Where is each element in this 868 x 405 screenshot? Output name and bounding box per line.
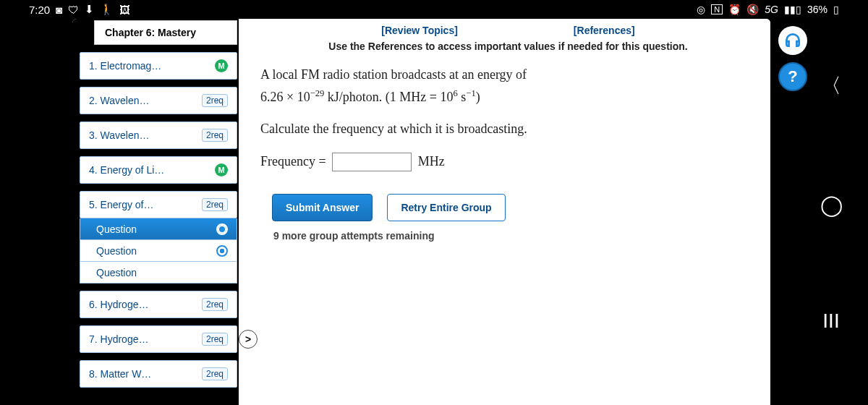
content-pane: [Review Topics] [References] Use the Ref…: [239, 19, 770, 405]
help-button[interactable]: ?: [778, 62, 807, 91]
retry-group-button[interactable]: Retry Entire Group: [387, 194, 505, 221]
problem-unit: kJ/photon. (1 MHz = 10: [324, 90, 453, 104]
android-status-bar: 7:20 ◙ 🛡 ⬇ 🚶 🖼 ◎ N ⏰ 🔇 5G ▮▮▯ 36% ▯: [0, 0, 868, 19]
shield-icon: 🛡: [68, 4, 79, 16]
nav-recent-button[interactable]: III: [822, 310, 839, 333]
nav-back-button[interactable]: 〈: [821, 72, 841, 100]
sidebar-item-7[interactable]: 7. Hydroge… 2req: [80, 325, 237, 353]
sidebar-item-8[interactable]: 8. Matter W… 2req: [80, 360, 237, 388]
mastery-badge-icon: M: [215, 59, 228, 72]
sidebar-subitems: Question Question Question: [80, 218, 237, 284]
sidebar-item-label: 1. Electromag…: [89, 60, 161, 72]
references-link[interactable]: [References]: [574, 25, 635, 36]
sidebar-item-label: 3. Wavelen…: [89, 129, 150, 141]
sidebar-item-label: 5. Energy of…: [89, 199, 154, 210]
sidebar-item-label: 2. Wavelen…: [89, 95, 150, 106]
req-badge: 2req: [202, 198, 228, 211]
support-headset-button[interactable]: [778, 26, 807, 55]
attempts-remaining: 9 more group attempts remaining: [260, 226, 756, 242]
submit-answer-button[interactable]: Submit Answer: [272, 194, 373, 221]
subitem-label: Question: [96, 245, 137, 257]
sidebar-subitem-3[interactable]: Question: [80, 262, 237, 284]
top-links: [Review Topics] [References]: [260, 19, 756, 40]
cast-icon: ◎: [697, 4, 705, 15]
sidebar-item-3[interactable]: 3. Wavelen… 2req: [80, 122, 237, 149]
sidebar-item-label: 8. Matter W…: [89, 368, 151, 380]
signal-icon: ▮▮▯: [784, 4, 801, 15]
sidebar-item-2[interactable]: 2. Wavelen… 2req: [80, 87, 237, 114]
sidebar-item-4[interactable]: 4. Energy of Li… M: [80, 156, 237, 184]
mute-icon: 🔇: [746, 4, 759, 15]
req-badge: 2req: [202, 129, 228, 142]
req-badge: 2req: [202, 367, 228, 380]
floating-icons: ?: [778, 26, 807, 91]
problem-line: A local FM radio station broadcasts at a…: [260, 67, 527, 82]
status-indicator-icon: ◙: [56, 4, 62, 16]
sidebar-item-label: 6. Hydroge…: [89, 299, 148, 310]
chevron-right-icon: >: [245, 333, 251, 345]
problem-paren: ): [476, 90, 480, 104]
alarm-icon: ⏰: [728, 4, 741, 15]
network-type: 5G: [765, 4, 778, 15]
problem-unit: s: [458, 90, 467, 104]
sidebar-item-5[interactable]: 5. Energy of… 2req: [80, 191, 237, 218]
sidebar-item-label: 4. Energy of Li…: [89, 164, 164, 176]
expand-sidebar-button[interactable]: >: [239, 330, 258, 349]
chevron-left-icon: 〈: [821, 74, 841, 97]
req-badge: 2req: [202, 333, 228, 346]
sidebar-item-6[interactable]: 6. Hydroge… 2req: [80, 291, 237, 318]
bars-icon: III: [822, 310, 839, 332]
req-badge: 2req: [202, 94, 228, 107]
sidebar: Chapter 6: Mastery 1. Electromag… M 2. W…: [72, 19, 239, 405]
answer-unit: MHz: [418, 154, 445, 169]
clock: 7:20: [29, 4, 50, 16]
problem-value: 6.26 × 10: [260, 90, 310, 104]
sidebar-subitem-2[interactable]: Question: [80, 240, 237, 262]
sidebar-subitem-1[interactable]: Question: [80, 218, 237, 240]
problem-text: A local FM radio station broadcasts at a…: [260, 61, 756, 187]
download-icon: ⬇: [85, 3, 94, 16]
circle-icon: ◯: [820, 194, 843, 216]
sidebar-item-1[interactable]: 1. Electromag… M: [80, 52, 237, 80]
problem-line: Calculate the frequency at which it is b…: [260, 118, 749, 140]
review-topics-link[interactable]: [Review Topics]: [381, 25, 458, 36]
question-status-icon: [216, 245, 228, 257]
mastery-badge-icon: M: [215, 163, 228, 176]
headset-icon: [783, 31, 802, 50]
sidebar-item-label: 7. Hydroge…: [89, 333, 148, 345]
nav-home-button[interactable]: ◯: [820, 193, 843, 217]
req-badge: 2req: [202, 298, 228, 311]
exponent: −1: [466, 88, 475, 98]
app-window: Chapter 6: Mastery 1. Electromag… M 2. W…: [72, 19, 770, 405]
accessibility-icon: 🚶: [100, 3, 114, 16]
exponent: −29: [310, 88, 325, 98]
question-status-icon: [216, 223, 228, 235]
device-nav: 〈 ◯ III: [813, 0, 849, 405]
answer-label: Frequency =: [260, 154, 326, 169]
subitem-label: Question: [96, 267, 137, 278]
question-mark-icon: ?: [788, 67, 797, 86]
picture-icon: 🖼: [119, 4, 130, 16]
instruction-text: Use the References to access important v…: [260, 40, 756, 61]
frequency-input[interactable]: [332, 153, 412, 171]
n-icon: N: [711, 4, 723, 14]
chapter-title: Chapter 6: Mastery: [94, 20, 237, 45]
action-row: Submit Answer Retry Entire Group: [260, 187, 756, 226]
subitem-label: Question: [96, 223, 137, 235]
